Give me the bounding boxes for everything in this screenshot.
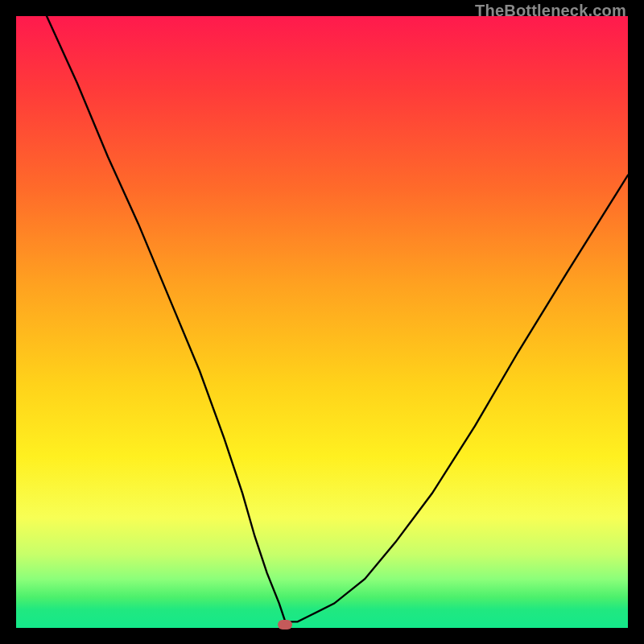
watermark-text: TheBottleneck.com [475,2,626,20]
curve-svg [16,16,628,628]
plot-area [16,16,628,628]
min-marker [278,620,292,630]
bottleneck-curve-path [47,16,628,621]
chart-frame: TheBottleneck.com [0,0,644,644]
